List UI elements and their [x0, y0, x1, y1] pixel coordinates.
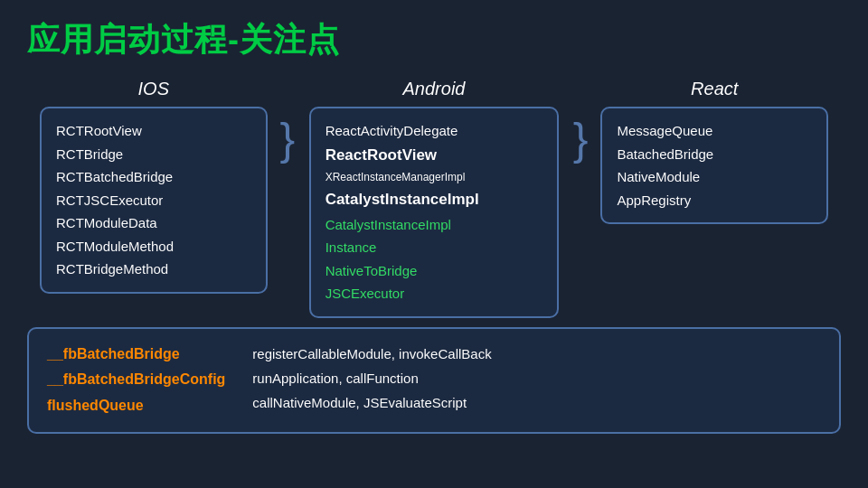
bottom-left-item-1: __fbBatchedBridge: [47, 342, 225, 368]
react-item-1: MessageQueue: [617, 119, 812, 143]
bottom-right-item-1: registerCallableModule, invokeCallBack: [252, 342, 491, 366]
columns-area: IOS RCTRootView RCTBridge RCTBatchedBrid…: [27, 79, 841, 318]
react-item-2: BatachedBridge: [617, 143, 812, 166]
android-box: ReactActivityDelegate ReactRootView XRea…: [309, 107, 560, 318]
ios-header: IOS: [138, 79, 169, 99]
ios-item-1: RCTRootView: [56, 119, 251, 143]
react-item-3: NativeModule: [617, 165, 812, 189]
android-column: Android ReactActivityDelegate ReactRootV…: [295, 79, 573, 318]
bottom-right-item-2: runApplication, callFunction: [252, 366, 491, 390]
android-header: Android: [403, 79, 466, 99]
bottom-left-item-3: flushedQueue: [47, 393, 225, 419]
ios-item-6: RCTModuleMethod: [56, 235, 251, 258]
android-item-6: Instance: [326, 236, 543, 259]
bottom-left-item-2: __fbBatchedBridgeConfig: [47, 367, 225, 393]
ios-item-2: RCTBridge: [56, 143, 251, 166]
ios-item-4: RCTJSCExecutor: [56, 189, 251, 212]
react-item-4: AppRegistry: [617, 189, 812, 212]
ios-item-3: RCTBatchedBridge: [56, 165, 251, 189]
react-header: React: [691, 79, 738, 99]
ios-column: IOS RCTRootView RCTBridge RCTBatchedBrid…: [27, 79, 280, 294]
ios-box: RCTRootView RCTBridge RCTBatchedBridge R…: [40, 107, 268, 294]
android-item-2: ReactRootView: [326, 143, 543, 169]
react-column: React MessageQueue BatachedBridge Native…: [588, 79, 841, 224]
brace-left: }: [280, 117, 296, 162]
android-item-3: XReactInstanceManagerImpl: [326, 168, 543, 186]
react-box: MessageQueue BatachedBridge NativeModule…: [600, 107, 828, 224]
android-item-1: ReactActivityDelegate: [326, 119, 543, 143]
bottom-left: __fbBatchedBridge __fbBatchedBridgeConfi…: [47, 342, 225, 419]
ios-item-7: RCTBridgeMethod: [56, 258, 251, 281]
android-item-7: NativeToBridge: [326, 259, 543, 283]
android-item-8: JSCExecutor: [326, 282, 543, 305]
ios-item-5: RCTModuleData: [56, 211, 251, 235]
bottom-right: registerCallableModule, invokeCallBack r…: [252, 342, 491, 415]
page: 应用启动过程-关注点 IOS RCTRootView RCTBridge RCT…: [0, 0, 868, 488]
android-item-5: CatalystInstanceImpl: [326, 213, 543, 237]
page-title: 应用启动过程-关注点: [27, 18, 841, 62]
brace-right: }: [573, 117, 589, 162]
android-item-4: CatalystInstanceImpl: [326, 187, 543, 213]
bottom-right-item-3: callNativeModule, JSEvaluateScript: [252, 390, 491, 415]
bottom-box: __fbBatchedBridge __fbBatchedBridgeConfi…: [27, 327, 841, 434]
